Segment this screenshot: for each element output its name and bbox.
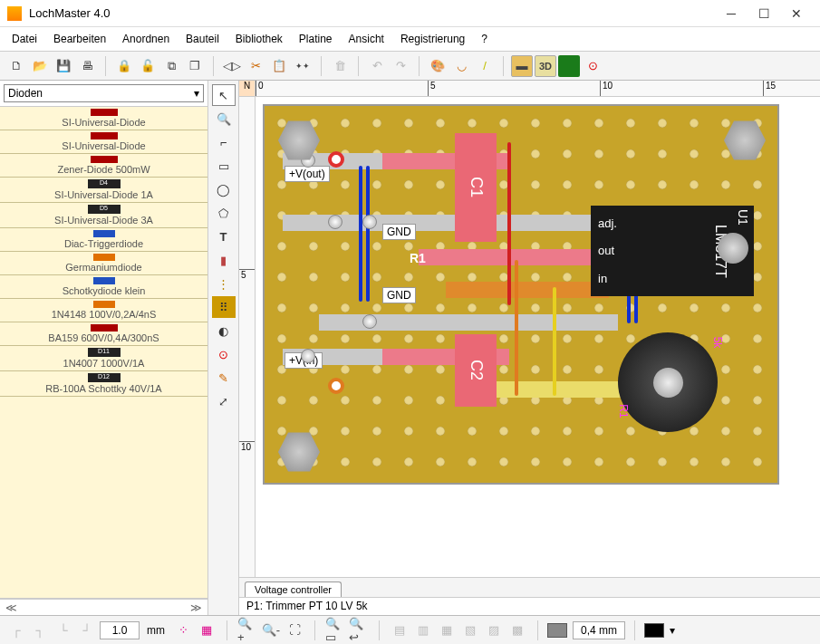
mirror-h-button[interactable]: ◁▷ bbox=[221, 55, 243, 77]
list-item[interactable]: D111N4007 1000V/1A bbox=[0, 346, 207, 371]
polyline-tool[interactable]: ⌐ bbox=[212, 131, 236, 153]
measure-tool[interactable]: ⤢ bbox=[212, 390, 236, 412]
minimize-button[interactable]: ─ bbox=[715, 3, 748, 24]
zoom-in-button[interactable]: 🔍+ bbox=[236, 620, 258, 641]
zoom-sel-button[interactable]: 🔍▭ bbox=[324, 620, 346, 641]
close-button[interactable]: ✕ bbox=[780, 3, 813, 24]
zoom-fit-button[interactable]: ⛶ bbox=[284, 620, 305, 641]
text-tool[interactable]: T bbox=[212, 226, 236, 247]
snap2-button[interactable]: ┐ bbox=[29, 620, 51, 641]
pad-row-tool[interactable]: ⋮ bbox=[212, 273, 236, 294]
print-button[interactable]: 🖶 bbox=[76, 55, 98, 77]
unlock-button[interactable]: 🔓 bbox=[137, 55, 159, 77]
layerstack1-button[interactable]: ▤ bbox=[389, 620, 410, 641]
copy-button[interactable]: ⧉ bbox=[160, 55, 182, 77]
pie-tool[interactable]: ◐ bbox=[212, 320, 236, 341]
maximize-button[interactable]: ☐ bbox=[748, 3, 780, 24]
label-gnd1[interactable]: GND bbox=[382, 224, 416, 240]
snap3-button[interactable]: └ bbox=[53, 620, 74, 641]
scroll-right-icon[interactable]: ≫ bbox=[190, 601, 202, 614]
label-vout[interactable]: +V(out) bbox=[285, 166, 330, 182]
ic-tool[interactable]: ▮ bbox=[212, 249, 236, 271]
capacitor-c1[interactable]: C1 bbox=[455, 133, 497, 242]
menu-bearbeiten[interactable]: Bearbeiten bbox=[47, 30, 112, 48]
polygon-tool[interactable]: ⬠ bbox=[212, 202, 236, 224]
layerstack5-button[interactable]: ▨ bbox=[483, 620, 505, 641]
cut-button[interactable]: ✂ bbox=[245, 55, 266, 77]
ruler-corner[interactable]: N bbox=[239, 81, 256, 96]
list-item[interactable]: Diac-Triggerdiode bbox=[0, 228, 207, 252]
solder-pad[interactable] bbox=[328, 151, 344, 168]
align-button[interactable]: ✦✦ bbox=[292, 55, 314, 77]
snap1-button[interactable]: ┌ bbox=[5, 620, 27, 641]
layerstack4-button[interactable]: ▧ bbox=[459, 620, 481, 641]
line-tool-button[interactable]: / bbox=[474, 55, 496, 77]
grid-input[interactable] bbox=[100, 621, 140, 639]
menu-datei[interactable]: Datei bbox=[5, 30, 43, 48]
palette-button[interactable]: 🎨 bbox=[427, 55, 449, 77]
parts-scrollbar[interactable]: ≪≫ bbox=[0, 599, 207, 615]
lock-button[interactable]: 🔒 bbox=[113, 55, 135, 77]
list-item[interactable]: D4SI-Universal-Diode 1A bbox=[0, 178, 207, 203]
solder-pad[interactable] bbox=[301, 349, 315, 363]
solder-pad[interactable] bbox=[362, 215, 377, 229]
delete-button[interactable]: 🗑 bbox=[329, 55, 351, 77]
3d-button[interactable]: 3D bbox=[535, 55, 556, 77]
menu-anordnen[interactable]: Anordnen bbox=[116, 30, 176, 48]
solder-pad[interactable] bbox=[328, 215, 342, 229]
layerstack6-button[interactable]: ▩ bbox=[506, 620, 528, 641]
list-item[interactable]: Schotkydiode klein bbox=[0, 275, 207, 299]
undo-button[interactable]: ↶ bbox=[366, 55, 388, 77]
new-button[interactable]: 🗋 bbox=[5, 55, 27, 77]
list-item[interactable]: SI-Universal-Diode bbox=[0, 130, 207, 154]
arc-tool-button[interactable]: ◡ bbox=[450, 55, 472, 77]
board-view-button[interactable] bbox=[558, 55, 580, 77]
menu-bibliothek[interactable]: Bibliothek bbox=[229, 30, 289, 48]
color-swatch-black[interactable] bbox=[644, 623, 664, 638]
duplicate-button[interactable]: ❐ bbox=[184, 55, 206, 77]
menu-bauteil[interactable]: Bauteil bbox=[179, 30, 226, 48]
circle-tool[interactable]: ◯ bbox=[212, 178, 236, 200]
zoom-tool[interactable]: 🔍 bbox=[212, 108, 236, 130]
grid-lines-button[interactable]: ▦ bbox=[196, 620, 217, 641]
menu-platine[interactable]: Platine bbox=[293, 30, 339, 48]
solder-pad[interactable] bbox=[362, 314, 377, 329]
zoom-out-button[interactable]: 🔍- bbox=[260, 620, 282, 641]
rect-tool[interactable]: ▭ bbox=[212, 155, 236, 177]
trimmer-p1[interactable] bbox=[618, 332, 718, 432]
save-button[interactable]: 💾 bbox=[53, 55, 74, 77]
parts-list[interactable]: SI-Universal-Diode SI-Universal-Diode Ze… bbox=[0, 106, 207, 599]
layerstack3-button[interactable]: ▦ bbox=[436, 620, 458, 641]
list-item[interactable]: BA159 600V/0,4A/300nS bbox=[0, 322, 207, 346]
scroll-left-icon[interactable]: ≪ bbox=[5, 601, 17, 614]
paste-button[interactable]: 📋 bbox=[268, 55, 290, 77]
capacitor-c2[interactable]: C2 bbox=[455, 334, 497, 407]
layer-button[interactable]: ▬ bbox=[511, 55, 533, 77]
pad-grid-tool[interactable]: ⠿ bbox=[212, 296, 236, 318]
category-dropdown[interactable]: Dioden ▾ bbox=[4, 84, 204, 102]
layerstack2-button[interactable]: ▥ bbox=[412, 620, 434, 641]
target-button[interactable]: ⊙ bbox=[582, 55, 603, 77]
grid-dots-button[interactable]: ⁘ bbox=[172, 620, 194, 641]
label-r1[interactable]: R1 bbox=[410, 251, 426, 265]
chevron-down-icon[interactable]: ▾ bbox=[670, 624, 675, 637]
open-button[interactable]: 📂 bbox=[29, 55, 51, 77]
redo-button[interactable]: ↷ bbox=[390, 55, 411, 77]
trace-width-label[interactable]: 0,4 mm bbox=[573, 621, 625, 639]
menu-ansicht[interactable]: Ansicht bbox=[342, 30, 391, 48]
board-canvas[interactable]: /* generated below via JS-free repetitio… bbox=[256, 97, 820, 577]
list-item[interactable]: D12RB-100A Schottky 40V/1A bbox=[0, 371, 207, 397]
menu-help[interactable]: ? bbox=[475, 30, 494, 48]
label-gnd2[interactable]: GND bbox=[382, 287, 416, 303]
solder-pad[interactable] bbox=[328, 378, 344, 394]
pencil-tool[interactable]: ✎ bbox=[212, 367, 236, 389]
color-swatch-gray[interactable] bbox=[547, 623, 567, 638]
target-tool[interactable]: ⊙ bbox=[212, 343, 236, 365]
zoom-prev-button[interactable]: 🔍↩ bbox=[348, 620, 370, 641]
ic-u1[interactable]: adj. out in LM317T U1 bbox=[591, 206, 754, 296]
tab-voltage-controller[interactable]: Voltage controller bbox=[245, 582, 342, 597]
list-item[interactable]: Zener-Diode 500mW bbox=[0, 154, 207, 178]
stripboard[interactable]: /* generated below via JS-free repetitio… bbox=[263, 104, 779, 485]
list-item[interactable]: Germaniumdiode bbox=[0, 252, 207, 275]
mounting-nut[interactable] bbox=[277, 430, 321, 474]
